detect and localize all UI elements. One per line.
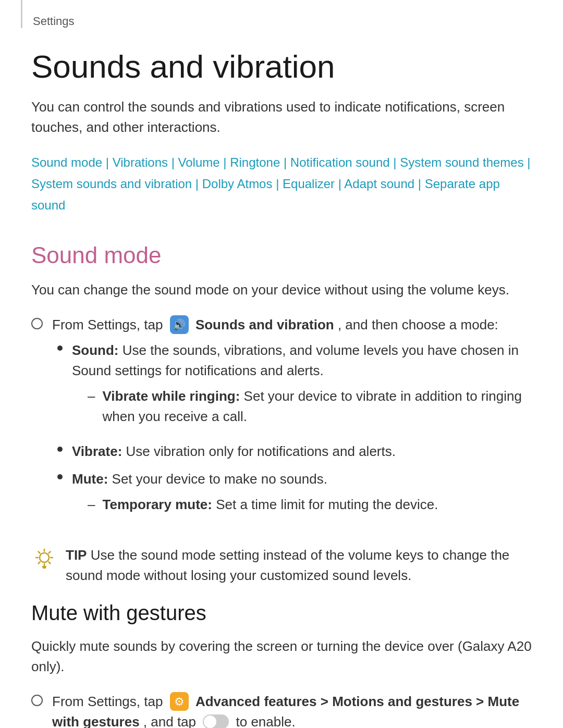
vibrate-term: Vibrate: — [72, 443, 122, 459]
intro-text: You can control the sounds and vibration… — [31, 97, 532, 138]
circle-bullet-icon-2 — [31, 695, 43, 706]
svg-line-6 — [49, 562, 51, 563]
main-content: Sounds and vibration You can control the… — [0, 44, 563, 728]
svg-line-7 — [49, 551, 51, 553]
from-settings-suffix: , and then choose a mode: — [338, 317, 498, 332]
mute-term: Mute: — [72, 471, 108, 487]
from-settings-text: From Settings, tap Sounds and vibration … — [52, 315, 532, 529]
mute-sub-list: – Temporary mute: Set a time limit for m… — [72, 495, 438, 515]
svg-rect-10 — [43, 567, 46, 569]
vibrate-text: Use vibration only for notifications and… — [126, 443, 396, 459]
dash-icon-2: – — [88, 495, 95, 515]
nav-link-system-sounds[interactable]: System sounds and vibration — [31, 177, 192, 191]
temporary-mute-term: Temporary mute: — [102, 497, 212, 512]
toggle-switch-icon[interactable] — [203, 714, 229, 728]
temporary-mute-text: Set a time limit for muting the device. — [216, 497, 438, 512]
svg-point-0 — [40, 553, 49, 562]
svg-rect-9 — [42, 566, 46, 567]
tip-label: TIP — [66, 547, 87, 563]
advanced-features-icon — [170, 692, 189, 711]
from-settings-prefix: From Settings, tap — [52, 317, 167, 332]
vibrate-while-ringing-content: Vibrate while ringing: Set your device t… — [102, 386, 532, 427]
mute-text: Set your device to make no sounds. — [112, 471, 327, 487]
vibrate-while-ringing-term: Vibrate while ringing: — [102, 388, 240, 404]
mute-from-settings-text: From Settings, tap Advanced features > M… — [52, 692, 532, 728]
svg-line-8 — [39, 562, 40, 563]
nav-links: Sound mode | Vibrations | Volume | Ringt… — [31, 152, 532, 216]
sound-text: Use the sounds, vibrations, and volume l… — [72, 342, 519, 378]
nav-link-equalizer[interactable]: Equalizer — [283, 177, 335, 191]
mute-section-title: Mute with gestures — [31, 601, 532, 625]
mute-enable-text: to enable. — [236, 714, 295, 728]
tip-icon — [31, 546, 57, 572]
vibrate-bullet-content: Vibrate: Use vibration only for notifica… — [72, 441, 396, 462]
temporary-mute-item: – Temporary mute: Set a time limit for m… — [72, 495, 438, 515]
mute-bullet: Mute: Set your device to make no sounds.… — [52, 469, 532, 522]
mute-bullet-content: Mute: Set your device to make no sounds.… — [72, 469, 438, 522]
nav-link-dolby[interactable]: Dolby Atmos — [202, 177, 273, 191]
tip-text: Use the sound mode setting instead of th… — [66, 547, 509, 583]
dot-bullet-icon — [57, 346, 63, 351]
vibrate-while-ringing-item: – Vibrate while ringing: Set your device… — [72, 386, 532, 427]
circle-bullet-icon — [31, 318, 43, 329]
sound-mode-intro: You can change the sound mode on your de… — [31, 280, 532, 300]
sound-bullet-content: Sound: Use the sounds, vibrations, and v… — [72, 340, 532, 434]
tip-box: TIP Use the sound mode setting instead o… — [31, 545, 532, 586]
page-container: Settings Sounds and vibration You can co… — [0, 0, 563, 728]
vibrate-bullet: Vibrate: Use vibration only for notifica… — [52, 441, 532, 462]
nav-link-system-sound-themes[interactable]: System sound themes — [400, 155, 523, 169]
nav-link-adapt-sound[interactable]: Adapt sound — [344, 177, 414, 191]
mute-gestures-list: From Settings, tap Advanced features > M… — [31, 692, 532, 728]
nav-link-ringtone[interactable]: Ringtone — [230, 155, 280, 169]
breadcrumb: Settings — [33, 15, 75, 28]
mute-intro: Quickly mute sounds by covering the scre… — [31, 636, 532, 677]
nav-link-notification-sound[interactable]: Notification sound — [290, 155, 390, 169]
mute-from-settings-suffix: , and tap — [143, 714, 200, 728]
page-title: Sounds and vibration — [31, 49, 532, 84]
mode-list: Sound: Use the sounds, vibrations, and v… — [52, 340, 532, 522]
breadcrumb-container: Settings — [21, 0, 563, 28]
sound-mode-list: From Settings, tap Sounds and vibration … — [31, 315, 532, 529]
nav-link-vibrations[interactable]: Vibrations — [113, 155, 168, 169]
sound-mode-from-settings: From Settings, tap Sounds and vibration … — [31, 315, 532, 529]
tip-content: TIP Use the sound mode setting instead o… — [66, 545, 532, 586]
nav-link-volume[interactable]: Volume — [178, 155, 220, 169]
svg-line-5 — [39, 551, 40, 553]
mute-gestures-from-settings: From Settings, tap Advanced features > M… — [31, 692, 532, 728]
nav-link-sound-mode[interactable]: Sound mode — [31, 155, 102, 169]
sound-bullet: Sound: Use the sounds, vibrations, and v… — [52, 340, 532, 434]
temporary-mute-content: Temporary mute: Set a time limit for mut… — [102, 495, 438, 515]
mute-from-settings-prefix: From Settings, tap — [52, 694, 167, 709]
sound-sub-list: – Vibrate while ringing: Set your device… — [72, 386, 532, 427]
dash-icon: – — [88, 386, 95, 406]
sounds-vibration-label: Sounds and vibration — [195, 317, 334, 332]
dot-bullet-icon-2 — [57, 447, 63, 452]
dot-bullet-icon-3 — [57, 474, 63, 479]
sound-term: Sound: — [72, 342, 119, 358]
sounds-vibration-icon — [170, 315, 189, 334]
sound-mode-section-title: Sound mode — [31, 242, 532, 268]
